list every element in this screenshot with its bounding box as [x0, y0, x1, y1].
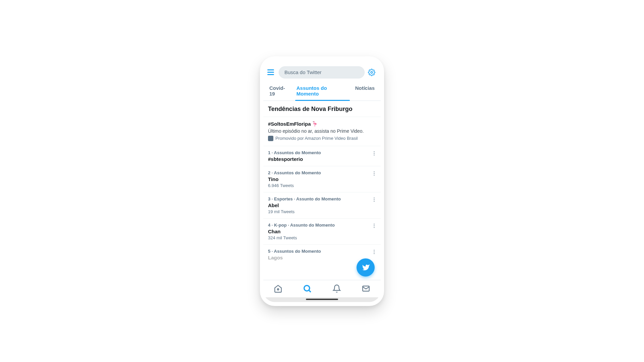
search-input[interactable]: Busca do Twitter [279, 66, 365, 78]
mail-icon [362, 284, 370, 293]
trend-count: 19 mil Tweets [268, 209, 376, 214]
search-icon [303, 284, 312, 293]
promoted-icon [268, 136, 273, 141]
menu-button[interactable] [267, 68, 276, 77]
trend-more-button[interactable] [371, 249, 377, 255]
trend-meta: 2 · Assuntos do Momento [268, 170, 376, 175]
svg-point-2 [304, 286, 310, 291]
trend-topic: Abel [268, 202, 376, 208]
nav-messages[interactable] [361, 284, 371, 293]
tab-news[interactable]: Notícias [352, 80, 378, 101]
gear-icon [368, 69, 375, 76]
trend-count: 324 mil Tweets [268, 235, 376, 240]
tabs: Covid-19 Assuntos do Momento Notícias [263, 80, 381, 101]
promoted-description: Último episódio no ar, assista no Prime … [268, 128, 376, 134]
tab-covid19[interactable]: Covid-19 [266, 80, 293, 101]
svg-point-0 [371, 71, 373, 73]
nav-home[interactable] [273, 284, 283, 293]
trend-more-button[interactable] [371, 170, 377, 177]
search-placeholder: Busca do Twitter [284, 69, 322, 75]
compose-tweet-button[interactable] [357, 258, 375, 277]
trend-meta: 1 · Assuntos do Momento [268, 150, 376, 155]
feather-plus-icon [362, 263, 370, 272]
settings-button[interactable] [367, 68, 376, 77]
nav-notifications[interactable] [332, 284, 341, 293]
status-bar [263, 60, 381, 64]
trend-count: 6.946 Tweets [268, 183, 376, 188]
home-indicator [263, 297, 381, 302]
trend-meta: 3 · Esportes · Assunto do Momento [268, 196, 376, 201]
trend-topic: Chan [268, 229, 376, 234]
home-icon [274, 284, 282, 293]
content: Tendências de Nova Friburgo #SoltosEmFlo… [263, 101, 381, 280]
bell-icon [332, 284, 341, 293]
trend-more-button[interactable] [371, 150, 377, 157]
trend-more-button[interactable] [371, 223, 377, 229]
header: Busca do Twitter [263, 64, 381, 80]
phone-frame: Busca do Twitter Covid-19 Assuntos do Mo… [260, 56, 384, 306]
bottom-nav [263, 280, 381, 297]
svg-point-1 [277, 289, 279, 290]
trend-topic: Tino [268, 176, 376, 182]
trend-item-2[interactable]: 2 · Assuntos do Momento Tino 6.946 Tweet… [263, 166, 381, 192]
promoted-by-row: Promovido por Amazon Prime Video Brasil [268, 136, 376, 141]
promoted-title: #SoltosEmFloripa🦩 [268, 121, 376, 127]
trend-topic: #sbtesporterio [268, 156, 376, 162]
screen: Busca do Twitter Covid-19 Assuntos do Mo… [263, 60, 381, 302]
trend-item-3[interactable]: 3 · Esportes · Assunto do Momento Abel 1… [263, 192, 381, 219]
tab-trending[interactable]: Assuntos do Momento [293, 80, 352, 101]
trend-meta: 5 · Assuntos do Momento [268, 249, 376, 254]
promoted-by-label: Promovido por Amazon Prime Video Brasil [275, 136, 358, 141]
nav-search[interactable] [303, 284, 312, 293]
promoted-trend[interactable]: #SoltosEmFloripa🦩 Último episódio no ar,… [263, 117, 381, 146]
trend-item-4[interactable]: 4 · K-pop · Assunto do Momento Chan 324 … [263, 219, 381, 245]
trend-more-button[interactable] [371, 196, 377, 203]
promoted-emoji: 🦩 [312, 121, 318, 127]
trend-meta: 4 · K-pop · Assunto do Momento [268, 223, 376, 228]
promoted-hashtag: #SoltosEmFloripa [268, 121, 311, 127]
trend-topic: Lagos [268, 255, 376, 260]
trends-heading: Tendências de Nova Friburgo [263, 101, 381, 117]
trend-item-1[interactable]: 1 · Assuntos do Momento #sbtesporterio [263, 146, 381, 166]
